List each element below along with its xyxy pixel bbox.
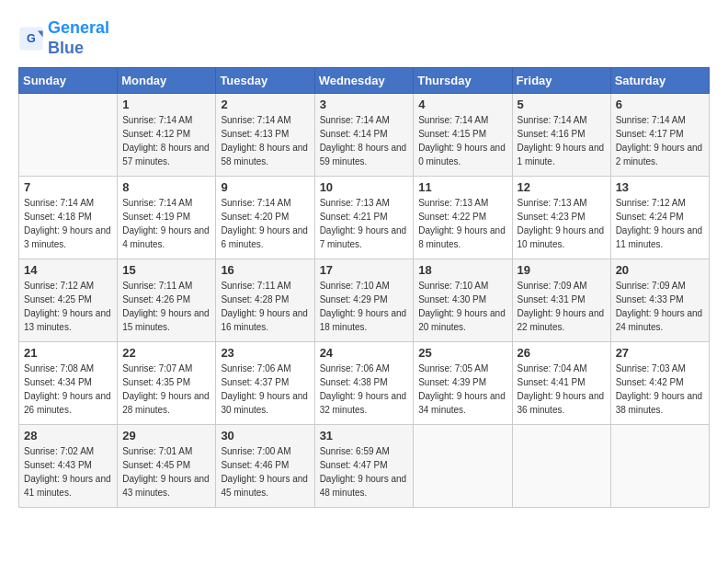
calendar-cell: 4Sunrise: 7:14 AMSunset: 4:15 PMDaylight… [414,94,512,177]
logo-text: General Blue [48,18,109,58]
calendar-cell: 20Sunrise: 7:09 AMSunset: 4:33 PMDayligh… [610,259,709,342]
day-number: 16 [221,263,309,277]
day-info: Sunrise: 7:03 AMSunset: 4:42 PMDaylight:… [616,362,704,417]
day-number: 10 [320,180,409,194]
calendar-cell: 16Sunrise: 7:11 AMSunset: 4:28 PMDayligh… [216,259,314,342]
calendar-cell: 11Sunrise: 7:13 AMSunset: 4:22 PMDayligh… [414,177,512,259]
day-number: 30 [221,429,309,442]
day-number: 29 [122,429,210,442]
day-info: Sunrise: 7:14 AMSunset: 4:16 PMDaylight:… [518,113,606,168]
calendar-cell: 9Sunrise: 7:14 AMSunset: 4:20 PMDaylight… [216,177,314,259]
day-number: 31 [320,429,409,442]
day-info: Sunrise: 7:08 AMSunset: 4:34 PMDaylight:… [24,362,112,417]
day-number: 26 [518,346,606,360]
day-info: Sunrise: 6:59 AMSunset: 4:47 PMDaylight:… [320,444,409,500]
header: G General Blue [18,18,710,58]
day-number: 14 [24,263,112,277]
day-info: Sunrise: 7:04 AMSunset: 4:41 PMDaylight:… [518,362,606,417]
svg-text:G: G [27,31,36,44]
calendar-cell: 14Sunrise: 7:12 AMSunset: 4:25 PMDayligh… [19,259,118,342]
day-number: 24 [320,346,409,360]
day-number: 28 [24,429,112,442]
day-info: Sunrise: 7:13 AMSunset: 4:23 PMDaylight:… [518,196,606,251]
calendar-cell: 8Sunrise: 7:14 AMSunset: 4:19 PMDaylight… [118,177,216,259]
calendar-cell: 24Sunrise: 7:06 AMSunset: 4:38 PMDayligh… [314,342,414,425]
calendar-week-4: 21Sunrise: 7:08 AMSunset: 4:34 PMDayligh… [19,342,710,425]
day-number: 13 [616,180,704,194]
calendar-cell: 25Sunrise: 7:05 AMSunset: 4:39 PMDayligh… [414,342,512,425]
day-info: Sunrise: 7:14 AMSunset: 4:15 PMDaylight:… [418,113,506,168]
calendar-cell: 1Sunrise: 7:14 AMSunset: 4:12 PMDaylight… [118,94,216,177]
day-number: 19 [518,263,606,277]
calendar-body: 1Sunrise: 7:14 AMSunset: 4:12 PMDaylight… [19,94,710,508]
calendar-cell: 6Sunrise: 7:14 AMSunset: 4:17 PMDaylight… [610,94,709,177]
calendar-cell: 27Sunrise: 7:03 AMSunset: 4:42 PMDayligh… [610,342,709,425]
day-info: Sunrise: 7:14 AMSunset: 4:12 PMDaylight:… [122,113,210,168]
day-number: 27 [616,346,704,360]
day-info: Sunrise: 7:06 AMSunset: 4:38 PMDaylight:… [320,362,409,417]
weekday-header-monday: Monday [118,68,216,94]
calendar-week-3: 14Sunrise: 7:12 AMSunset: 4:25 PMDayligh… [19,259,710,342]
weekday-header-wednesday: Wednesday [314,68,414,94]
day-info: Sunrise: 7:06 AMSunset: 4:37 PMDaylight:… [221,362,309,417]
day-info: Sunrise: 7:00 AMSunset: 4:46 PMDaylight:… [221,444,309,500]
day-info: Sunrise: 7:09 AMSunset: 4:31 PMDaylight:… [518,279,606,334]
calendar-cell: 21Sunrise: 7:08 AMSunset: 4:34 PMDayligh… [19,342,118,425]
day-info: Sunrise: 7:09 AMSunset: 4:33 PMDaylight:… [616,279,704,334]
day-info: Sunrise: 7:11 AMSunset: 4:26 PMDaylight:… [122,279,210,334]
day-number: 11 [418,180,506,194]
weekday-header-sunday: Sunday [19,68,118,94]
day-info: Sunrise: 7:12 AMSunset: 4:25 PMDaylight:… [24,279,112,334]
calendar: SundayMondayTuesdayWednesdayThursdayFrid… [18,67,710,508]
weekday-header-tuesday: Tuesday [216,68,314,94]
day-number: 1 [122,98,210,111]
calendar-week-2: 7Sunrise: 7:14 AMSunset: 4:18 PMDaylight… [19,177,710,259]
calendar-cell: 13Sunrise: 7:12 AMSunset: 4:24 PMDayligh… [610,177,709,259]
weekday-header-thursday: Thursday [414,68,512,94]
calendar-cell [512,425,610,508]
logo-icon: G [18,26,44,52]
calendar-cell: 30Sunrise: 7:00 AMSunset: 4:46 PMDayligh… [216,425,314,508]
day-info: Sunrise: 7:13 AMSunset: 4:21 PMDaylight:… [320,196,409,251]
logo: G General Blue [18,18,109,58]
calendar-cell: 17Sunrise: 7:10 AMSunset: 4:29 PMDayligh… [314,259,414,342]
day-info: Sunrise: 7:14 AMSunset: 4:17 PMDaylight:… [616,113,704,168]
calendar-cell: 22Sunrise: 7:07 AMSunset: 4:35 PMDayligh… [118,342,216,425]
day-number: 23 [221,346,309,360]
day-info: Sunrise: 7:10 AMSunset: 4:29 PMDaylight:… [320,279,409,334]
day-number: 22 [122,346,210,360]
day-info: Sunrise: 7:14 AMSunset: 4:18 PMDaylight:… [24,196,112,251]
calendar-cell: 26Sunrise: 7:04 AMSunset: 4:41 PMDayligh… [512,342,610,425]
day-info: Sunrise: 7:11 AMSunset: 4:28 PMDaylight:… [221,279,309,334]
calendar-cell: 15Sunrise: 7:11 AMSunset: 4:26 PMDayligh… [118,259,216,342]
calendar-cell: 29Sunrise: 7:01 AMSunset: 4:45 PMDayligh… [118,425,216,508]
calendar-week-5: 28Sunrise: 7:02 AMSunset: 4:43 PMDayligh… [19,425,710,508]
calendar-cell: 12Sunrise: 7:13 AMSunset: 4:23 PMDayligh… [512,177,610,259]
day-number: 4 [418,98,506,111]
day-number: 8 [122,180,210,194]
day-number: 25 [418,346,506,360]
day-number: 12 [518,180,606,194]
weekday-header-saturday: Saturday [610,68,709,94]
calendar-cell: 5Sunrise: 7:14 AMSunset: 4:16 PMDaylight… [512,94,610,177]
day-number: 9 [221,180,309,194]
day-number: 17 [320,263,409,277]
day-info: Sunrise: 7:14 AMSunset: 4:14 PMDaylight:… [320,113,409,168]
day-info: Sunrise: 7:01 AMSunset: 4:45 PMDaylight:… [122,444,210,500]
day-info: Sunrise: 7:05 AMSunset: 4:39 PMDaylight:… [418,362,506,417]
day-info: Sunrise: 7:14 AMSunset: 4:13 PMDaylight:… [221,113,309,168]
calendar-cell: 31Sunrise: 6:59 AMSunset: 4:47 PMDayligh… [314,425,414,508]
weekday-header-friday: Friday [512,68,610,94]
day-number: 5 [518,98,606,111]
day-number: 2 [221,98,309,111]
weekday-header-row: SundayMondayTuesdayWednesdayThursdayFrid… [19,68,710,94]
day-number: 15 [122,263,210,277]
day-info: Sunrise: 7:13 AMSunset: 4:22 PMDaylight:… [418,196,506,251]
day-info: Sunrise: 7:12 AMSunset: 4:24 PMDaylight:… [616,196,704,251]
calendar-cell: 23Sunrise: 7:06 AMSunset: 4:37 PMDayligh… [216,342,314,425]
day-info: Sunrise: 7:14 AMSunset: 4:20 PMDaylight:… [221,196,309,251]
calendar-cell [19,94,118,177]
day-number: 21 [24,346,112,360]
day-number: 6 [616,98,704,111]
day-info: Sunrise: 7:02 AMSunset: 4:43 PMDaylight:… [24,444,112,500]
